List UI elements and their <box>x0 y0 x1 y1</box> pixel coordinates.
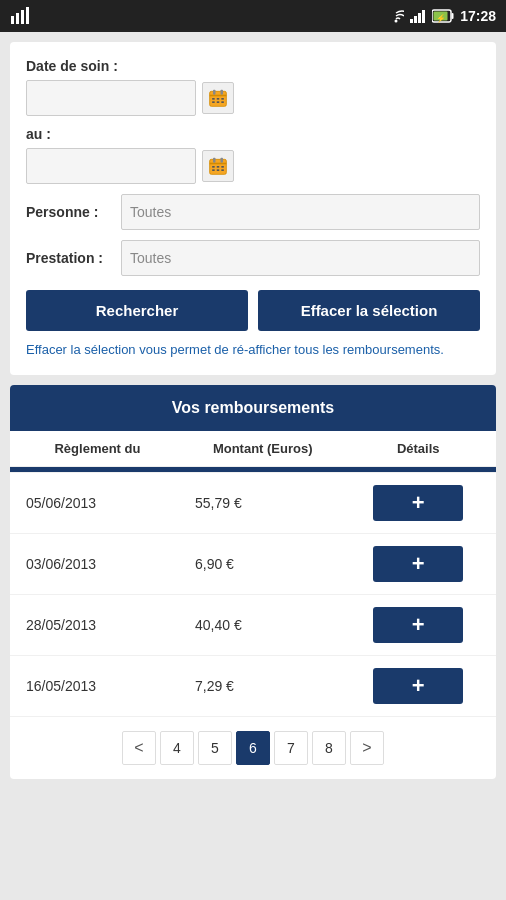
status-bar-right: ⚡ 17:28 <box>388 8 496 24</box>
svg-rect-10 <box>452 13 454 19</box>
pagination: < 4 5 6 7 8 > <box>10 717 496 779</box>
col-header-montant: Montant (Euros) <box>185 431 341 467</box>
signal-icon <box>10 6 30 26</box>
remboursements-card: Vos remboursements Règlement du Montant … <box>10 385 496 779</box>
svg-rect-18 <box>217 98 220 100</box>
cell-details: + <box>340 534 496 595</box>
svg-rect-28 <box>217 166 220 168</box>
rechercher-button[interactable]: Rechercher <box>26 290 248 331</box>
svg-rect-25 <box>213 158 216 163</box>
calendar-icon <box>208 88 228 108</box>
svg-rect-8 <box>422 10 425 23</box>
personne-select[interactable]: Toutes <box>121 194 480 230</box>
svg-rect-22 <box>221 101 224 103</box>
table-header-row: Règlement du Montant (Euros) Détails <box>10 431 496 467</box>
page-btn-7[interactable]: 7 <box>274 731 308 765</box>
prestation-select[interactable]: Toutes <box>121 240 480 276</box>
svg-rect-20 <box>212 101 215 103</box>
buttons-row: Rechercher Effacer la sélection <box>26 290 480 331</box>
date-soin-calendar-btn[interactable] <box>202 82 234 114</box>
svg-rect-2 <box>21 10 24 24</box>
table-row: 28/05/201340,40 €+ <box>10 595 496 656</box>
prev-page-btn[interactable]: < <box>122 731 156 765</box>
cell-montant: 40,40 € <box>185 595 341 656</box>
main-content: Date de soin : au : <box>0 32 506 900</box>
cell-date: 16/05/2013 <box>10 656 185 717</box>
svg-rect-19 <box>221 98 224 100</box>
col-header-reglement: Règlement du <box>10 431 185 467</box>
personne-label: Personne : <box>26 204 121 220</box>
svg-rect-32 <box>221 169 224 171</box>
signal-bars-icon <box>410 9 426 23</box>
date-soin-input[interactable] <box>26 80 196 116</box>
page-btn-5[interactable]: 5 <box>198 731 232 765</box>
cell-details: + <box>340 473 496 534</box>
svg-rect-0 <box>11 16 14 24</box>
info-text: Effacer la sélection vous permet de ré-a… <box>26 341 480 359</box>
au-row <box>26 148 480 184</box>
detail-expand-button[interactable]: + <box>373 546 463 582</box>
page-btn-6[interactable]: 6 <box>236 731 270 765</box>
remboursements-table: Règlement du Montant (Euros) Détails 05/… <box>10 431 496 717</box>
form-card: Date de soin : au : <box>10 42 496 375</box>
page-btn-4[interactable]: 4 <box>160 731 194 765</box>
plus-icon: + <box>412 614 425 636</box>
cell-details: + <box>340 595 496 656</box>
svg-rect-17 <box>212 98 215 100</box>
page-btn-8[interactable]: 8 <box>312 731 346 765</box>
svg-rect-7 <box>418 13 421 23</box>
detail-expand-button[interactable]: + <box>373 485 463 521</box>
prestation-row: Prestation : Toutes <box>26 240 480 276</box>
svg-rect-30 <box>212 169 215 171</box>
plus-icon: + <box>412 492 425 514</box>
au-input[interactable] <box>26 148 196 184</box>
svg-rect-6 <box>414 16 417 23</box>
svg-rect-21 <box>217 101 220 103</box>
effacer-button[interactable]: Effacer la sélection <box>258 290 480 331</box>
svg-rect-1 <box>16 13 19 24</box>
plus-icon: + <box>412 553 425 575</box>
cell-date: 05/06/2013 <box>10 473 185 534</box>
au-calendar-btn[interactable] <box>202 150 234 182</box>
detail-expand-button[interactable]: + <box>373 668 463 704</box>
svg-rect-27 <box>212 166 215 168</box>
detail-expand-button[interactable]: + <box>373 607 463 643</box>
cell-details: + <box>340 656 496 717</box>
svg-rect-29 <box>221 166 224 168</box>
cell-date: 03/06/2013 <box>10 534 185 595</box>
cell-date: 28/05/2013 <box>10 595 185 656</box>
svg-text:⚡: ⚡ <box>436 13 446 23</box>
svg-rect-26 <box>221 158 224 163</box>
svg-rect-3 <box>26 7 29 24</box>
svg-rect-15 <box>213 90 216 95</box>
svg-rect-16 <box>221 90 224 95</box>
cell-montant: 7,29 € <box>185 656 341 717</box>
col-header-details: Détails <box>340 431 496 467</box>
status-bar: ⚡ 17:28 <box>0 0 506 32</box>
svg-rect-24 <box>210 163 227 165</box>
date-soin-label: Date de soin : <box>26 58 480 74</box>
date-soin-row <box>26 80 480 116</box>
cell-montant: 55,79 € <box>185 473 341 534</box>
personne-row: Personne : Toutes <box>26 194 480 230</box>
battery-icon: ⚡ <box>432 9 454 23</box>
remboursements-header: Vos remboursements <box>10 385 496 431</box>
plus-icon: + <box>412 675 425 697</box>
table-row: 16/05/20137,29 €+ <box>10 656 496 717</box>
clock: 17:28 <box>460 8 496 24</box>
next-page-btn[interactable]: > <box>350 731 384 765</box>
table-row: 03/06/20136,90 €+ <box>10 534 496 595</box>
table-row: 05/06/201355,79 €+ <box>10 473 496 534</box>
wifi-icon <box>388 9 404 23</box>
svg-rect-14 <box>210 95 227 97</box>
status-bar-left <box>10 6 30 26</box>
prestation-label: Prestation : <box>26 250 121 266</box>
calendar-icon-2 <box>208 156 228 176</box>
svg-rect-31 <box>217 169 220 171</box>
svg-point-4 <box>395 20 398 23</box>
svg-rect-5 <box>410 19 413 23</box>
au-label: au : <box>26 126 480 142</box>
cell-montant: 6,90 € <box>185 534 341 595</box>
